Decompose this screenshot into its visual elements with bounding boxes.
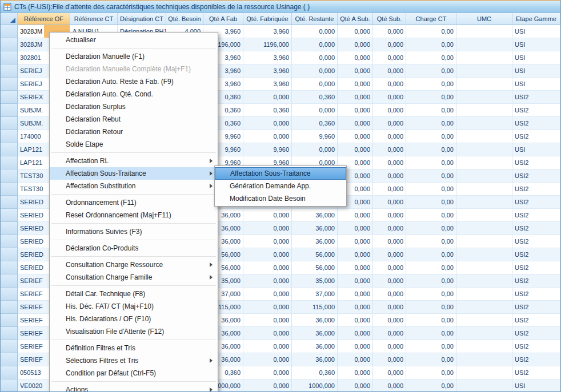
menu-item-consultation-charge-famille[interactable]: Consultation Charge Famille [50,271,218,284]
cell-umc[interactable] [456,104,512,117]
cell-etape[interactable]: USI2 [512,301,560,314]
row-selector[interactable] [1,366,18,379]
column-header-charge-ct[interactable]: Charge CT [406,13,456,25]
cell-restante[interactable]: 36,000 [292,235,338,248]
cell-umc[interactable] [456,51,512,64]
cell-charge[interactable]: 0,00 [406,104,456,117]
menu-item-affectation-substitution[interactable]: Affectation Substitution [50,180,218,192]
row-selector[interactable] [1,183,18,196]
cell-a_sub[interactable]: 0,000 [338,261,373,274]
cell-umc[interactable] [456,196,512,209]
column-header-qt-a-fab[interactable]: Qté A Fab [203,13,243,25]
cell-umc[interactable] [456,235,512,248]
column-header-d-signation-ct[interactable]: Désignation CT [118,13,166,25]
cell-a_sub[interactable]: 0,000 [338,340,373,353]
cell-umc[interactable] [456,209,512,222]
row-selector[interactable] [1,340,18,353]
cell-etape[interactable]: USI2 [512,248,560,261]
cell-charge[interactable]: 0,00 [406,222,456,235]
cell-fabriquee[interactable]: 3,960 [243,25,292,38]
cell-sub[interactable]: 0,000 [373,156,406,169]
row-selector[interactable] [1,78,18,91]
cell-a_sub[interactable]: 0,000 [338,51,373,64]
cell-a_sub[interactable]: 0,000 [338,353,373,366]
row-selector[interactable] [1,196,18,209]
menu-item-reset-ordonnancement-maj-f11[interactable]: Reset Ordonnancement (Maj+F11) [50,209,218,221]
row-selector[interactable] [1,327,18,340]
cell-etape[interactable]: USI2 [512,169,560,183]
cell-etape[interactable]: USI2 [512,314,560,327]
menu-item-actions[interactable]: Actions [50,383,218,392]
cell-umc[interactable] [456,143,512,156]
cell-sub[interactable]: 0,000 [373,353,406,366]
cell-a_sub[interactable]: 0,000 [338,64,373,78]
column-header-qt-sub-[interactable]: Qté Sub. [373,13,406,25]
select-all-corner[interactable] [1,13,18,25]
cell-charge[interactable]: 0,00 [406,169,456,183]
cell-etape[interactable]: USI [512,51,560,64]
cell-fabriquee[interactable]: 1196,000 [243,38,292,51]
cell-a_sub[interactable]: 0,000 [338,38,373,51]
cell-a_sub[interactable]: 0,000 [338,235,373,248]
cell-etape[interactable]: USI [512,25,560,38]
cell-umc[interactable] [456,353,512,366]
menu-item-solde-etape[interactable]: Solde Etape [50,138,218,151]
cell-fabriquee[interactable]: 0,000 [243,288,292,301]
cell-umc[interactable] [456,261,512,274]
cell-charge[interactable]: 0,00 [406,91,456,104]
cell-etape[interactable]: USI [512,143,560,156]
cell-umc[interactable] [456,340,512,353]
menu-item-d-claration-manuelle-f1[interactable]: Déclaration Manuelle (F1) [50,50,218,63]
cell-umc[interactable] [456,301,512,314]
cell-charge[interactable]: 0,00 [406,301,456,314]
cell-sub[interactable]: 0,000 [373,379,406,392]
cell-restante[interactable]: 1000,000 [292,379,338,392]
cell-restante[interactable]: 36,000 [292,222,338,235]
column-header-qt-restante[interactable]: Qté. Restante [292,13,338,25]
menu-item-visualisation-file-d-attente-f12[interactable]: Visualisation File d'Attente (F12) [50,325,218,338]
row-selector[interactable] [1,288,18,301]
menu-item-his-d-clarations-of-f10[interactable]: His. Déclarations / OF (F10) [50,313,218,325]
column-header-r-f-rence-of[interactable]: Référence OF [18,13,70,25]
cell-a_sub[interactable]: 0,000 [338,104,373,117]
menu-item-d-claration-surplus[interactable]: Déclaration Surplus [50,100,218,113]
cell-etape[interactable]: USI2 [512,327,560,340]
menu-item-affectation-rl[interactable]: Affectation RL [50,155,218,167]
cell-charge[interactable]: 0,00 [406,248,456,261]
cell-restante[interactable]: 0,000 [292,25,338,38]
cell-sub[interactable]: 0,000 [373,78,406,91]
cell-umc[interactable] [456,117,512,130]
cell-restante[interactable]: 36,000 [292,353,338,366]
cell-fabriquee[interactable]: 3,960 [243,51,292,64]
cell-charge[interactable]: 0,00 [406,235,456,248]
menu-item-d-claration-retour[interactable]: Déclaration Retour [50,126,218,138]
menu-item-actualiser[interactable]: Actualiser [50,34,218,46]
cell-etape[interactable]: USI2 [512,156,560,169]
menu-item-g-n-ration-demande-app[interactable]: Génération Demande App. [215,180,346,192]
menu-item-d-claration-auto-reste-fab-f9[interactable]: Déclaration Auto. Reste à Fab. (F9) [50,75,218,88]
row-selector[interactable] [1,261,18,274]
cell-restante[interactable]: 36,000 [292,327,338,340]
cell-etape[interactable]: USI [512,78,560,91]
row-selector[interactable] [1,314,18,327]
menu-item-d-finition-filtres-et-tris[interactable]: Définition Filtres et Tris [50,342,218,354]
row-selector[interactable] [1,248,18,261]
row-selector[interactable] [1,222,18,235]
cell-sub[interactable]: 0,000 [373,274,406,288]
cell-restante[interactable]: 0,000 [292,64,338,78]
cell-sub[interactable]: 0,000 [373,130,406,143]
cell-etape[interactable]: USI2 [512,91,560,104]
cell-etape[interactable]: USI2 [512,196,560,209]
menu-item-consultation-charge-ressource[interactable]: Consultation Charge Ressource [50,258,218,271]
cell-umc[interactable] [456,327,512,340]
row-selector[interactable] [1,38,18,51]
row-selector[interactable] [1,51,18,64]
cell-sub[interactable]: 0,000 [373,196,406,209]
cell-a_sub[interactable]: 0,000 [338,209,373,222]
row-selector[interactable] [1,353,18,366]
titlebar[interactable]: CTs (F-USI):File d'attente des caractéri… [1,1,560,13]
row-selector[interactable] [1,143,18,156]
cell-restante[interactable]: 36,000 [292,340,338,353]
cell-etape[interactable]: USI2 [512,183,560,196]
cell-sub[interactable]: 0,000 [373,288,406,301]
